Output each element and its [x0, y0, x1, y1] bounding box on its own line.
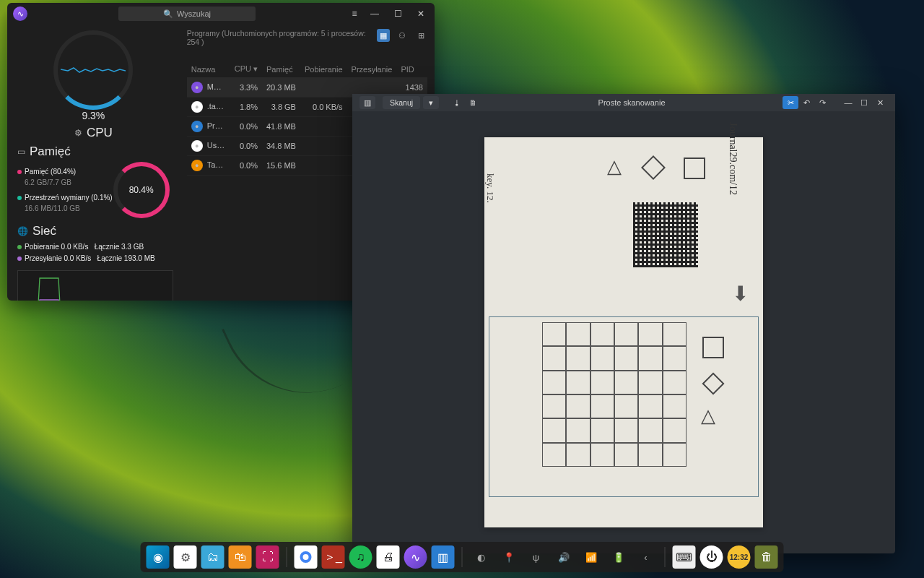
scan-maximize-button[interactable]: ☐	[856, 95, 872, 111]
network-title: Sieć	[32, 224, 56, 238]
tray-usb-icon[interactable]: ψ	[525, 545, 548, 569]
rotate-left-button[interactable]: ↶	[798, 96, 814, 109]
memory-gauge: 80.4%	[113, 162, 170, 218]
dock-keyboard[interactable]: ⌨	[673, 545, 696, 569]
scan-titlebar: ▥ Skanuj ▾ ⭳ 🗎 Proste skanowanie ✂ ↶ ↷ —…	[352, 94, 895, 111]
monitor-app-icon: ∿	[13, 7, 27, 21]
view-user-icon[interactable]: ⚇	[396, 29, 409, 42]
dock-screenshot[interactable]: ⛶	[256, 545, 279, 569]
process-icon: ●	[191, 140, 203, 152]
scan-dropdown[interactable]: ▾	[423, 96, 439, 109]
dock-monitor[interactable]: ∿	[404, 545, 427, 569]
tray-wifi-icon[interactable]: 📶	[580, 545, 603, 569]
col-pid[interactable]: PID	[396, 61, 427, 78]
memory-gauge-percent: 80.4%	[129, 185, 154, 195]
net-down-rate: Pobieranie 0.0 KB/s	[25, 243, 88, 251]
dock-power[interactable]: ⏻	[700, 545, 723, 569]
dock-chrome[interactable]	[295, 545, 318, 569]
memory-title: Pamięć	[30, 144, 71, 159]
scan-close-button[interactable]: ✕	[872, 95, 888, 111]
close-button[interactable]: ✕	[413, 6, 429, 22]
rotate-right-button[interactable]: ↷	[814, 96, 830, 109]
dock-printer[interactable]: 🖨	[377, 545, 400, 569]
scan-window-title: Proste skanowanie	[481, 98, 783, 107]
net-down-total: Łącznie 3.3 GB	[95, 243, 144, 251]
new-doc-button[interactable]: ▥	[359, 96, 375, 109]
col-down[interactable]: Pobieranie	[300, 61, 347, 78]
process-icon: ●	[191, 82, 203, 93]
sort-desc-icon: ▾	[253, 64, 258, 73]
dock-spotify[interactable]: ♫	[349, 545, 372, 569]
memory-icon: ▭	[17, 147, 25, 157]
tray-location-icon[interactable]: 📍	[497, 545, 520, 569]
col-mem[interactable]: Pamięć	[262, 61, 300, 78]
process-icon: ●	[191, 160, 203, 171]
col-cpu[interactable]: CPU ▾	[230, 61, 262, 78]
cpu-label: CPU	[87, 126, 113, 140]
col-name[interactable]: Nazwa	[187, 61, 230, 78]
dock-separator	[287, 547, 287, 567]
process-icon: ●	[191, 101, 203, 113]
wallpaper-feather	[222, 287, 356, 421]
monitor-titlebar: ∿ 🔍 Wyszukaj ≡ — ☐ ✕	[7, 3, 435, 25]
scanned-page[interactable]: Journal29.com/12 key. 12. ⬇	[484, 137, 763, 527]
symbol-triangle	[607, 155, 629, 177]
cpu-gauge: 9.3%	[53, 30, 133, 110]
puzzle-grid	[542, 322, 687, 467]
tray-volume-icon[interactable]: 🔊	[552, 545, 575, 569]
tray-battery-icon[interactable]: 🔋	[607, 545, 630, 569]
mem-used-value: 6.2 GB/7.7 GB	[17, 177, 113, 188]
hamburger-icon[interactable]: ≡	[346, 6, 362, 22]
legend-triangle	[701, 405, 723, 426]
dock-scan[interactable]: ▥	[432, 545, 455, 569]
dock-separator-3	[665, 547, 666, 567]
view-detailed-icon[interactable]: ▦	[377, 29, 390, 42]
maximize-button[interactable]: ☐	[390, 6, 406, 22]
page-url: Journal29.com/12	[727, 122, 738, 195]
cpu-percent: 9.3%	[58, 110, 128, 121]
swap-value: 16.6 MB/11.0 GB	[17, 203, 113, 214]
tray-steam-icon[interactable]: ◐	[470, 545, 493, 569]
process-icon: ●	[191, 121, 203, 132]
scan-button[interactable]: Skanuj	[383, 96, 420, 109]
network-chart	[17, 270, 173, 301]
save-button[interactable]: ⭳	[449, 96, 465, 109]
net-up-rate: Przesyłanie 0.0 KB/s	[25, 254, 91, 262]
monitor-sidebar: 9.3% ⚙ CPU ▭ Pamięć Pamięć (80.4%) 6.2 G…	[7, 25, 180, 301]
search-placeholder: Wyszukaj	[177, 9, 211, 18]
minimize-button[interactable]: —	[367, 6, 383, 22]
legend-square	[702, 337, 724, 358]
globe-icon: 🌐	[17, 226, 28, 236]
view-compact-icon[interactable]: ⊞	[414, 29, 427, 42]
dock-terminal[interactable]: ＞_	[322, 545, 345, 569]
dock-deepin-logo[interactable]: ◉	[147, 545, 170, 569]
dock-store[interactable]: 🛍	[229, 545, 252, 569]
arrow-down-icon: ⬇	[732, 282, 749, 306]
net-up-total: Łącznie 193.0 MB	[97, 254, 155, 262]
scan-minimize-button[interactable]: —	[840, 95, 856, 111]
dock-separator-2	[462, 547, 463, 567]
dock-clock[interactable]: 12:32	[728, 545, 751, 569]
mem-used-label: Pamięć (80.4%)	[25, 168, 76, 176]
tray-collapse-icon[interactable]: ‹	[635, 545, 658, 569]
col-up[interactable]: Przesyłanie	[347, 61, 397, 78]
export-button[interactable]: 🗎	[465, 96, 481, 109]
dock: ◉ ⚙ 🗂 🛍 ⛶ ＞_ ♫ 🖨 ∿ ▥ ◐ 📍 ψ 🔊 📶 🔋 ‹ ⌨ ⏻ 1…	[141, 542, 784, 572]
monitor-search[interactable]: 🔍 Wyszukaj	[118, 7, 256, 21]
symbol-diamond	[641, 155, 666, 180]
simple-scan-window: ▥ Skanuj ▾ ⭳ 🗎 Proste skanowanie ✂ ↶ ↷ —…	[352, 94, 895, 553]
dock-settings[interactable]: ⚙	[174, 545, 197, 569]
swap-label: Przestrzeń wymiany (0.1%)	[25, 194, 113, 202]
svg-point-1	[303, 554, 309, 560]
dock-trash[interactable]: 🗑	[755, 545, 778, 569]
search-icon: 🔍	[163, 9, 173, 19]
qr-code	[633, 202, 698, 267]
crop-button[interactable]: ✂	[783, 96, 798, 109]
dock-files[interactable]: 🗂	[201, 545, 225, 569]
page-key-label: key. 12.	[484, 173, 496, 203]
symbol-square	[684, 158, 705, 179]
gear-icon: ⚙	[74, 128, 82, 138]
